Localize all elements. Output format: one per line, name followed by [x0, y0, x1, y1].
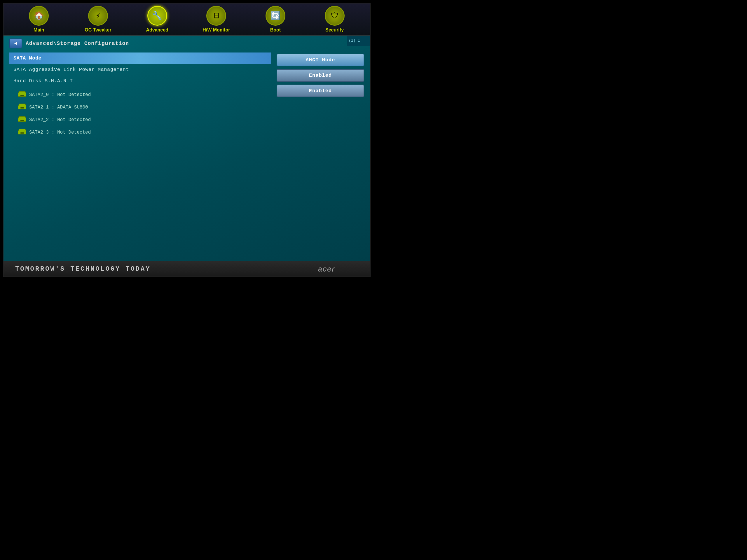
hdd-icon-0: [18, 91, 26, 99]
hdd-icon-1: [18, 103, 26, 111]
nav-label-oc-tweaker: OC Tweaker: [85, 27, 111, 33]
nav-label-boot: Boot: [270, 27, 281, 33]
bios-screen: 🏠 Main ⚡ OC Tweaker 🔧 Advanced 🖥 H/W Mon…: [3, 3, 370, 277]
nav-item-security[interactable]: 🛡 Security: [320, 6, 349, 33]
bottom-bar: Tomorrow's Technology Today acer: [3, 261, 370, 276]
breadcrumb-bar: ◄ Advanced\Storage Configuration: [3, 35, 370, 51]
advanced-icon: 🔧: [147, 6, 167, 26]
security-icon: 🛡: [325, 6, 344, 26]
sata-device-3-label: SATA2_3 : Not Detected: [29, 130, 91, 135]
acer-logo: acer: [318, 265, 335, 273]
nav-item-hw-monitor[interactable]: 🖥 H/W Monitor: [202, 6, 231, 33]
boot-icon: 🔄: [265, 6, 285, 26]
oc-tweaker-icon: ⚡: [88, 6, 108, 26]
value-enabled-1[interactable]: Enabled: [277, 69, 364, 82]
nav-label-main: Main: [33, 27, 44, 33]
nav-label-security: Security: [325, 27, 344, 33]
svg-rect-7: [20, 132, 24, 134]
svg-rect-5: [20, 120, 24, 121]
sata-alpm-label: SATA Aggressive Link Power Management: [14, 67, 129, 72]
svg-rect-1: [20, 95, 24, 96]
svg-rect-3: [20, 107, 24, 108]
sata-device-3: SATA2_3 : Not Detected: [9, 126, 271, 138]
nav-label-advanced: Advanced: [146, 27, 168, 33]
back-arrow-icon: ◄: [14, 41, 18, 46]
hdd-smart-label: Hard Disk S.M.A.R.T: [14, 78, 73, 84]
sata-device-2: SATA2_2 : Not Detected: [9, 113, 271, 126]
hdd-icon-3: [18, 128, 26, 136]
left-panel: SATA Mode SATA Aggressive Link Power Man…: [9, 53, 271, 140]
side-hint-text: (1) I: [349, 38, 360, 43]
breadcrumb: Advanced\Storage Configuration: [26, 41, 129, 46]
side-hint-panel: (1) I: [347, 35, 370, 46]
sata-device-0-label: SATA2_0 : Not Detected: [29, 92, 91, 98]
right-panel: AHCI Mode Enabled Enabled: [277, 53, 364, 140]
content-area: SATA Mode SATA Aggressive Link Power Man…: [3, 51, 370, 141]
sata-device-2-label: SATA2_2 : Not Detected: [29, 117, 91, 123]
nav-item-main[interactable]: 🏠 Main: [24, 6, 53, 33]
value-ahci-mode[interactable]: AHCI Mode: [277, 54, 364, 66]
main-icon: 🏠: [29, 6, 49, 26]
nav-label-hw-monitor: H/W Monitor: [203, 27, 230, 33]
hdd-icon-2: [18, 116, 26, 124]
nav-item-advanced[interactable]: 🔧 Advanced: [143, 6, 172, 33]
sata-device-0: SATA2_0 : Not Detected: [9, 88, 271, 101]
sata-devices-list: SATA2_0 : Not Detected SATA2_1 : ADATA S…: [9, 87, 271, 140]
value-enabled-2[interactable]: Enabled: [277, 85, 364, 97]
sata-device-1-label: SATA2_1 : ADATA SU800: [29, 105, 88, 110]
hw-monitor-icon: 🖥: [206, 6, 226, 26]
setting-sata-mode[interactable]: SATA Mode: [9, 53, 271, 64]
nav-bar: 🏠 Main ⚡ OC Tweaker 🔧 Advanced 🖥 H/W Mon…: [3, 3, 370, 35]
nav-item-boot[interactable]: 🔄 Boot: [261, 6, 290, 33]
setting-sata-alpm[interactable]: SATA Aggressive Link Power Management: [9, 64, 271, 75]
back-button[interactable]: ◄: [9, 38, 22, 48]
sata-device-1: SATA2_1 : ADATA SU800: [9, 101, 271, 113]
bottom-tagline: Tomorrow's Technology Today: [15, 265, 151, 273]
setting-hdd-smart[interactable]: Hard Disk S.M.A.R.T: [9, 75, 271, 87]
sata-mode-label: SATA Mode: [14, 55, 42, 61]
nav-item-oc-tweaker[interactable]: ⚡ OC Tweaker: [83, 6, 113, 33]
